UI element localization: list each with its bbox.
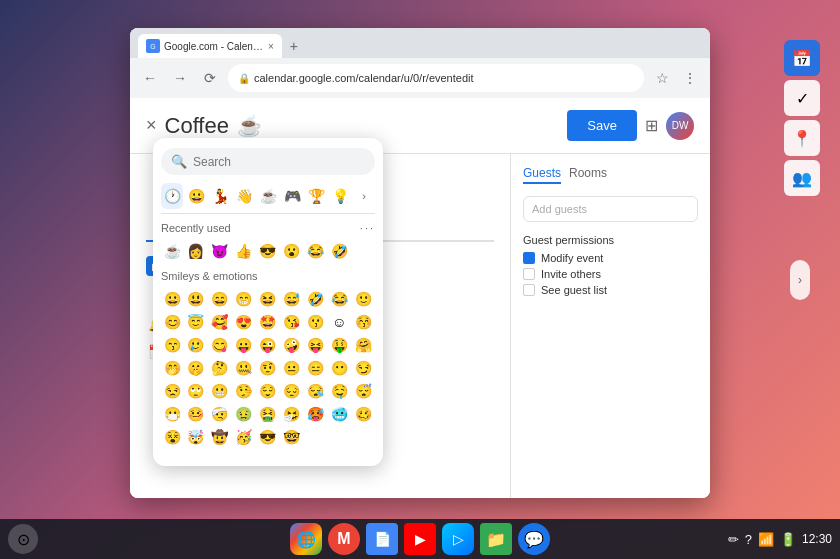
new-tab-button[interactable]: +: [282, 34, 306, 58]
emoji-cell[interactable]: ☕: [161, 240, 183, 262]
right-chevron[interactable]: ›: [790, 260, 810, 300]
emoji-cell[interactable]: 👩: [185, 240, 207, 262]
dock-gmail[interactable]: M: [328, 523, 360, 555]
emoji-cell[interactable]: 😂: [304, 240, 326, 262]
emoji-cell[interactable]: 🤓: [280, 426, 302, 448]
emoji-cell[interactable]: 😗: [304, 311, 326, 333]
emoji-cell[interactable]: 🤪: [280, 334, 302, 356]
emoji-cell[interactable]: 😬: [209, 380, 231, 402]
emoji-cell[interactable]: 🤯: [185, 426, 207, 448]
emoji-cell[interactable]: 😷: [161, 403, 183, 425]
emoji-cell[interactable]: 🥳: [233, 426, 255, 448]
emoji-cell[interactable]: 🤣: [304, 288, 326, 310]
emoji-cell[interactable]: 🤗: [352, 334, 374, 356]
emoji-cell[interactable]: 😐: [280, 357, 302, 379]
emoji-cell[interactable]: 👍: [233, 240, 255, 262]
emoji-cell[interactable]: 🥴: [352, 403, 374, 425]
refresh-button[interactable]: ⟳: [198, 66, 222, 90]
category-more[interactable]: ›: [353, 183, 375, 209]
emoji-cell[interactable]: 😶: [328, 357, 350, 379]
panel-people-icon[interactable]: 👥: [784, 160, 820, 196]
dock-chat[interactable]: 💬: [518, 523, 550, 555]
emoji-cell[interactable]: 😊: [161, 311, 183, 333]
emoji-cell[interactable]: 😪: [304, 380, 326, 402]
emoji-cell[interactable]: 🤮: [257, 403, 279, 425]
emoji-cell[interactable]: 😮: [280, 240, 302, 262]
category-food[interactable]: ☕: [257, 183, 279, 209]
category-activity[interactable]: 🎮: [281, 183, 303, 209]
emoji-cell[interactable]: 😀: [161, 288, 183, 310]
emoji-cell[interactable]: 🤭: [161, 357, 183, 379]
recently-used-more[interactable]: ···: [360, 222, 375, 234]
emoji-cell[interactable]: 😘: [280, 311, 302, 333]
emoji-cell[interactable]: 🤫: [185, 357, 207, 379]
emoji-cell[interactable]: 🤔: [209, 357, 231, 379]
emoji-cell[interactable]: 😔: [280, 380, 302, 402]
dock-docs[interactable]: 📄: [366, 523, 398, 555]
category-recent[interactable]: 🕐: [161, 183, 183, 209]
emoji-cell[interactable]: 🤥: [233, 380, 255, 402]
panel-map-icon[interactable]: 📍: [784, 120, 820, 156]
emoji-cell[interactable]: 😏: [352, 357, 374, 379]
address-bar[interactable]: 🔒 calendar.google.com/calendar/u/0/r/eve…: [228, 64, 644, 92]
tab-close-button[interactable]: ×: [268, 41, 274, 52]
emoji-cell[interactable]: 🥶: [328, 403, 350, 425]
sidebar-tab-guests[interactable]: Guests: [523, 166, 561, 184]
launcher-button[interactable]: ⊙: [8, 524, 38, 554]
extensions-button[interactable]: ⋮: [678, 66, 702, 90]
back-button[interactable]: ←: [138, 66, 162, 90]
dock-files[interactable]: 📁: [480, 523, 512, 555]
see-list-checkbox[interactable]: [523, 284, 535, 296]
emoji-cell[interactable]: 😚: [352, 311, 374, 333]
sidebar-tab-rooms[interactable]: Rooms: [569, 166, 607, 184]
emoji-cell[interactable]: 🤠: [209, 426, 231, 448]
emoji-cell[interactable]: 😁: [233, 288, 255, 310]
category-people[interactable]: 💃: [209, 183, 231, 209]
dock-play[interactable]: ▷: [442, 523, 474, 555]
emoji-cell[interactable]: 😝: [304, 334, 326, 356]
emoji-cell[interactable]: 😂: [328, 288, 350, 310]
emoji-cell[interactable]: 🙂: [352, 288, 374, 310]
emoji-cell[interactable]: 😙: [161, 334, 183, 356]
emoji-cell[interactable]: 😎: [257, 426, 279, 448]
emoji-cell[interactable]: 🤨: [257, 357, 279, 379]
modify-checkbox[interactable]: [523, 252, 535, 264]
emoji-search-input[interactable]: [193, 155, 365, 169]
user-avatar[interactable]: DW: [666, 112, 694, 140]
emoji-cell[interactable]: 😃: [185, 288, 207, 310]
category-objects[interactable]: 💡: [329, 183, 351, 209]
panel-check-icon[interactable]: ✓: [784, 80, 820, 116]
emoji-cell[interactable]: 😛: [233, 334, 255, 356]
emoji-cell[interactable]: 😈: [209, 240, 231, 262]
category-smileys[interactable]: 😀: [185, 183, 207, 209]
invite-checkbox[interactable]: [523, 268, 535, 280]
browser-tab[interactable]: G Google.com - Calendar - Event ... ×: [138, 34, 282, 58]
emoji-cell[interactable]: 🤒: [185, 403, 207, 425]
emoji-cell[interactable]: 🥵: [304, 403, 326, 425]
emoji-cell[interactable]: 🤤: [328, 380, 350, 402]
save-button[interactable]: Save: [567, 110, 637, 141]
emoji-cell[interactable]: 🥲: [185, 334, 207, 356]
emoji-cell[interactable]: 😋: [209, 334, 231, 356]
emoji-cell[interactable]: 🥰: [209, 311, 231, 333]
panel-calendar-icon[interactable]: 📅: [784, 40, 820, 76]
category-travel[interactable]: 🏆: [305, 183, 327, 209]
apps-icon[interactable]: ⊞: [645, 116, 658, 135]
emoji-cell[interactable]: 😎: [257, 240, 279, 262]
emoji-cell[interactable]: 🤑: [328, 334, 350, 356]
bookmark-button[interactable]: ☆: [650, 66, 674, 90]
emoji-cell[interactable]: 😜: [257, 334, 279, 356]
emoji-cell[interactable]: 🤩: [257, 311, 279, 333]
emoji-cell[interactable]: 😍: [233, 311, 255, 333]
emoji-cell[interactable]: 😄: [209, 288, 231, 310]
add-guests-field[interactable]: Add guests: [523, 196, 698, 222]
emoji-cell[interactable]: 🤣: [328, 240, 350, 262]
emoji-cell[interactable]: ☺️: [328, 311, 350, 333]
emoji-cell[interactable]: 😒: [161, 380, 183, 402]
emoji-cell[interactable]: 😇: [185, 311, 207, 333]
category-hand[interactable]: 👋: [233, 183, 255, 209]
emoji-cell[interactable]: 😌: [257, 380, 279, 402]
event-emoji[interactable]: ☕: [237, 114, 262, 138]
dock-chrome[interactable]: 🌐: [290, 523, 322, 555]
emoji-cell[interactable]: 😵: [161, 426, 183, 448]
